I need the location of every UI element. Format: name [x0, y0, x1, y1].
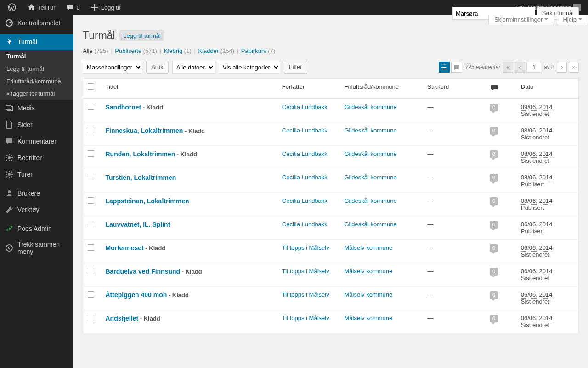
search-input[interactable]	[452, 7, 535, 15]
comment-count: 0	[77, 4, 80, 11]
comment-icon	[66, 3, 75, 12]
site-name: TellTur	[38, 4, 56, 11]
wp-logo[interactable]	[4, 0, 20, 15]
plus-icon	[90, 3, 99, 12]
search-box: Søk i turmål	[452, 7, 579, 15]
wordpress-icon	[7, 3, 17, 12]
search-button[interactable]: Søk i turmål	[537, 7, 579, 15]
add-new-label: Legg til	[101, 4, 120, 11]
home-icon	[27, 3, 36, 12]
add-new-link[interactable]: Legg til	[86, 0, 124, 15]
comments-link[interactable]: 0	[62, 0, 84, 15]
site-link[interactable]: TellTur	[23, 0, 59, 15]
